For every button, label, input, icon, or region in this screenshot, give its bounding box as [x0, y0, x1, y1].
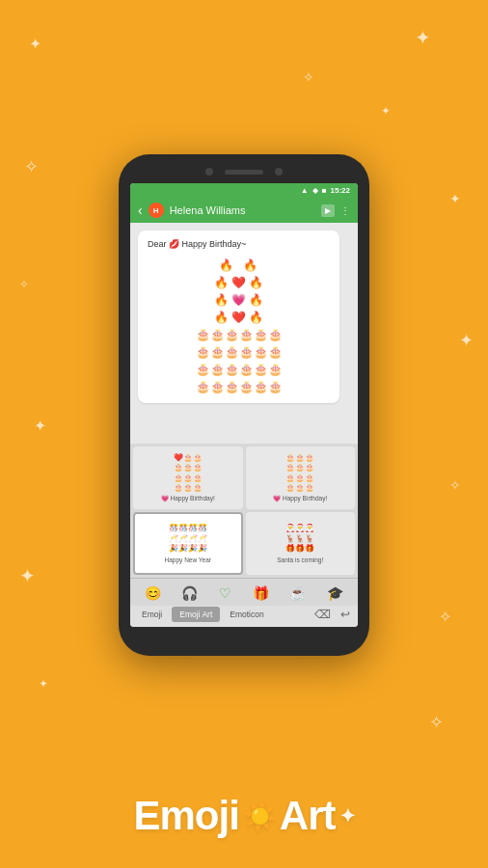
wifi-icon: ◆: [312, 186, 318, 195]
chat-header: ‹ H Helena Williams ▶ ⋮: [130, 198, 358, 223]
emoji-row-4: 🔥 ❤️ 🔥: [148, 309, 330, 326]
gallery-item-santa[interactable]: 🎅🎅🎅🦌🦌🦌🎁🎁🎁 Santa is coming!: [246, 512, 356, 575]
gallery-item-birthday1[interactable]: ❤️🎂🎂🎂🎂🎂🎂🎂🎂🎂🎂🎂 💗 Happy Birthday!: [133, 447, 243, 509]
gallery-label-birthday1: 💗 Happy Birthday!: [161, 495, 215, 502]
status-bar: ▲ ◆ ■ 15:22: [130, 183, 358, 198]
enter-button[interactable]: ↩: [337, 606, 354, 623]
bottom-branding: Emoji ☀️ Art ✦: [0, 793, 488, 839]
message-greeting: Dear 💋 Happy Birthday~: [148, 238, 330, 251]
sparkle-decoration: ✦: [459, 330, 474, 351]
sparkle-decoration: ✧: [303, 69, 314, 85]
keyboard-icon-row: 😊 🎧 ♡ 🎁 ☕ 🎓: [130, 578, 358, 606]
gift-icon[interactable]: 🎁: [249, 583, 273, 603]
title-sparkle-icon: ✦: [339, 804, 355, 827]
emoji-face-icon[interactable]: 😊: [141, 583, 165, 603]
battery-icon: ■: [322, 186, 327, 195]
gallery-emoji-birthday2: 🎂🎂🎂🎂🎂🎂🎂🎂🎂🎂🎂🎂: [285, 453, 314, 494]
gallery-item-birthday2[interactable]: 🎂🎂🎂🎂🎂🎂🎂🎂🎂🎂🎂🎂 💗 Happy Birthday!: [246, 447, 356, 509]
signal-icon: ▲: [301, 186, 309, 195]
menu-icon[interactable]: ⋮: [340, 205, 350, 216]
sparkle-decoration: ✧: [429, 712, 444, 733]
gallery-emoji-newyear: 🎊🎊🎊🎊🥂🥂🥂🥂🎉🎉🎉🎉: [169, 524, 207, 554]
sparkle-decoration: ✦: [34, 417, 46, 435]
sun-icon: ☀️: [243, 800, 276, 832]
sparkle-decoration: ✦: [29, 35, 41, 53]
sparkle-decoration: ✧: [439, 608, 451, 626]
emoji-row-2: 🔥 ❤️ 🔥: [148, 274, 330, 291]
app-title-text: Emoji: [133, 793, 238, 839]
emoji-row-8: 🎂🎂🎂🎂🎂🎂: [148, 378, 330, 395]
status-time: 15:22: [331, 186, 350, 195]
emoji-row-3: 🔥 💗 🔥: [148, 291, 330, 309]
headphone-icon[interactable]: 🎧: [177, 583, 202, 603]
emoji-art-content: 🔥 🔥 🔥 ❤️ 🔥 🔥 💗 🔥 🔥 ❤️ 🔥 🎂🎂🎂🎂🎂🎂 🎂🎂🎂🎂🎂🎂 🎂🎂…: [148, 257, 330, 395]
tab-emoji-art[interactable]: Emoji Art: [172, 607, 220, 622]
phone-screen: ▲ ◆ ■ 15:22 ‹ H Helena Williams ▶ ⋮ Dear…: [130, 183, 358, 627]
app-title-text2: Art: [280, 793, 336, 839]
sparkle-decoration: ✧: [449, 477, 461, 493]
app-title: Emoji ☀️ Art ✦: [0, 793, 488, 839]
phone-camera: [205, 168, 213, 176]
gallery-label-newyear: Happy New Year: [165, 556, 211, 563]
gallery-emoji-birthday1: ❤️🎂🎂🎂🎂🎂🎂🎂🎂🎂🎂🎂: [174, 453, 203, 494]
graduate-icon[interactable]: 🎓: [323, 583, 347, 603]
phone-shell: ▲ ◆ ■ 15:22 ‹ H Helena Williams ▶ ⋮ Dear…: [119, 154, 369, 656]
gallery-label-birthday2: 💗 Happy Birthday!: [273, 495, 327, 502]
sparkle-decoration: ✦: [449, 191, 461, 206]
sparkle-decoration: ✧: [19, 278, 29, 291]
phone-top-bar: [130, 166, 358, 177]
sparkle-decoration: ✦: [39, 677, 48, 691]
gallery-emoji-santa: 🎅🎅🎅🦌🦌🦌🎁🎁🎁: [285, 524, 314, 554]
phone-speaker: [225, 170, 263, 175]
cup-icon[interactable]: ☕: [285, 583, 310, 603]
chat-area: Dear 💋 Happy Birthday~ 🔥 🔥 🔥 ❤️ 🔥 🔥 💗 🔥 …: [130, 223, 358, 444]
tab-emoji[interactable]: Emoji: [134, 607, 170, 622]
sparkle-decoration: ✦: [381, 104, 391, 118]
back-button[interactable]: ‹: [138, 203, 143, 218]
emoji-row-6: 🎂🎂🎂🎂🎂🎂: [148, 343, 330, 361]
sparkle-decoration: ✦: [19, 564, 36, 587]
emoji-art-gallery: ❤️🎂🎂🎂🎂🎂🎂🎂🎂🎂🎂🎂 💗 Happy Birthday! 🎂🎂🎂🎂🎂🎂🎂🎂…: [130, 444, 358, 578]
video-call-icon[interactable]: ▶: [321, 204, 335, 217]
emoji-row-5: 🎂🎂🎂🎂🎂🎂: [148, 326, 330, 343]
contact-avatar: H: [149, 203, 164, 218]
emoji-row-1: 🔥 🔥: [148, 257, 330, 274]
tab-emoticon[interactable]: Emoticon: [222, 607, 271, 622]
contact-name: Helena Williams: [170, 204, 315, 216]
message-bubble: Dear 💋 Happy Birthday~ 🔥 🔥 🔥 ❤️ 🔥 🔥 💗 🔥 …: [138, 231, 339, 403]
sparkle-decoration: ✦: [415, 26, 431, 49]
sparkle-decoration: ✧: [24, 156, 39, 177]
emoji-row-7: 🎂🎂🎂🎂🎂🎂: [148, 361, 330, 378]
gallery-item-newyear[interactable]: 🎊🎊🎊🎊🥂🥂🥂🥂🎉🎉🎉🎉 Happy New Year: [133, 512, 243, 575]
delete-button[interactable]: ⌫: [311, 606, 335, 623]
heart-icon[interactable]: ♡: [215, 583, 235, 603]
keyboard-tab-bar: Emoji Emoji Art Emoticon ⌫ ↩: [130, 606, 358, 627]
header-action-icons: ▶ ⋮: [321, 204, 350, 217]
gallery-label-santa: Santa is coming!: [277, 556, 323, 563]
phone-camera-right: [275, 168, 283, 176]
